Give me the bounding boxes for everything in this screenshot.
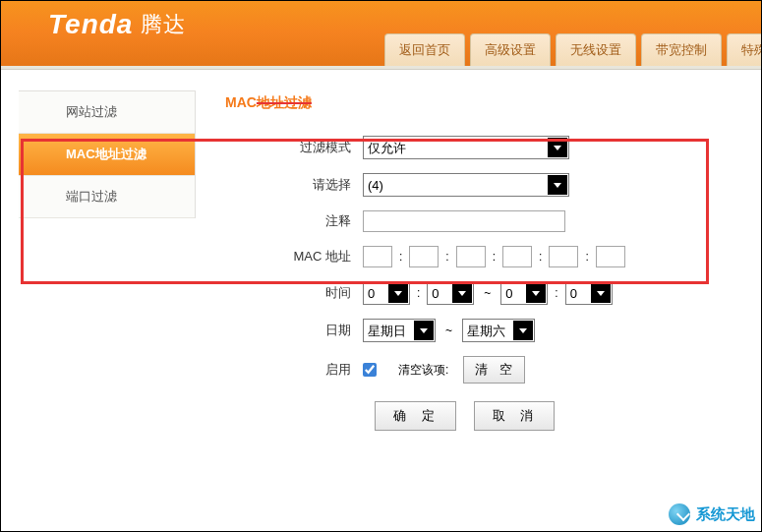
label-select-item: 请选择 bbox=[225, 176, 363, 194]
time-from-min[interactable]: 0 bbox=[427, 281, 474, 305]
time-to-min[interactable]: 0 bbox=[565, 281, 613, 305]
nav-special[interactable]: 特殊 bbox=[727, 33, 762, 66]
main-content: MAC地址过滤 过滤模式 仅允许 请选择 (4) 注释 MAC 地址 : : bbox=[196, 71, 761, 528]
sidebar-item-macfilter[interactable]: MAC地址过滤 bbox=[19, 134, 195, 176]
app-header: Tenda腾达 返回首页 高级设置 无线设置 带宽控制 特殊 bbox=[1, 1, 761, 66]
mac-seg-5[interactable] bbox=[549, 246, 578, 267]
watermark-text: 系统天地 bbox=[696, 505, 755, 524]
nav-wireless[interactable]: 无线设置 bbox=[556, 33, 636, 66]
select-item[interactable]: (4) bbox=[363, 173, 569, 197]
action-buttons: 确 定 取 消 bbox=[375, 401, 761, 431]
select-filter-mode[interactable]: 仅允许 bbox=[363, 136, 569, 159]
label-filter-mode: 过滤模式 bbox=[225, 139, 363, 156]
page-title: MAC地址过滤 bbox=[225, 94, 761, 112]
label-day: 日期 bbox=[225, 322, 363, 339]
brand-logo: Tenda腾达 bbox=[48, 9, 186, 40]
nav-home[interactable]: 返回首页 bbox=[384, 33, 465, 66]
time-from-hour[interactable]: 0 bbox=[363, 281, 410, 305]
body-area: 网站过滤 MAC地址过滤 端口过滤 MAC地址过滤 过滤模式 仅允许 请选择 (… bbox=[1, 66, 761, 528]
brand-name: Tenda bbox=[48, 9, 133, 39]
label-mac: MAC 地址 bbox=[225, 248, 363, 266]
header-divider bbox=[1, 66, 761, 70]
nav-bandwidth[interactable]: 带宽控制 bbox=[641, 33, 722, 66]
ok-button[interactable]: 确 定 bbox=[375, 401, 456, 431]
top-nav: 返回首页 高级设置 无线设置 带宽控制 特殊 bbox=[384, 33, 762, 66]
input-comment[interactable] bbox=[363, 210, 565, 232]
mac-seg-6[interactable] bbox=[596, 246, 625, 267]
watermark: 系统天地 bbox=[669, 503, 755, 525]
label-clear: 清空该项: bbox=[398, 362, 448, 379]
mac-group: : : : : : bbox=[363, 246, 625, 267]
mac-seg-1[interactable] bbox=[363, 246, 392, 267]
label-enable: 启用 bbox=[225, 361, 363, 379]
mac-seg-4[interactable] bbox=[502, 246, 532, 267]
day-to[interactable]: 星期六 bbox=[462, 319, 535, 342]
watermark-globe-icon bbox=[669, 503, 690, 525]
checkbox-enable[interactable] bbox=[363, 363, 377, 377]
day-from[interactable]: 星期日 bbox=[363, 319, 436, 342]
time-to-hour[interactable]: 0 bbox=[500, 281, 548, 305]
clear-button[interactable]: 清 空 bbox=[463, 356, 525, 384]
label-time: 时间 bbox=[225, 284, 363, 302]
label-comment: 注释 bbox=[225, 212, 363, 230]
sidebar: 网站过滤 MAC地址过滤 端口过滤 bbox=[19, 90, 196, 218]
mac-seg-2[interactable] bbox=[409, 246, 439, 267]
cancel-button[interactable]: 取 消 bbox=[474, 401, 556, 431]
sidebar-item-portfilter[interactable]: 端口过滤 bbox=[19, 176, 195, 218]
nav-advanced[interactable]: 高级设置 bbox=[470, 33, 551, 66]
mac-seg-3[interactable] bbox=[456, 246, 486, 267]
sidebar-item-webfilter[interactable]: 网站过滤 bbox=[19, 91, 195, 134]
brand-sub: 腾达 bbox=[141, 12, 186, 36]
sidebar-wrap: 网站过滤 MAC地址过滤 端口过滤 bbox=[1, 71, 196, 528]
